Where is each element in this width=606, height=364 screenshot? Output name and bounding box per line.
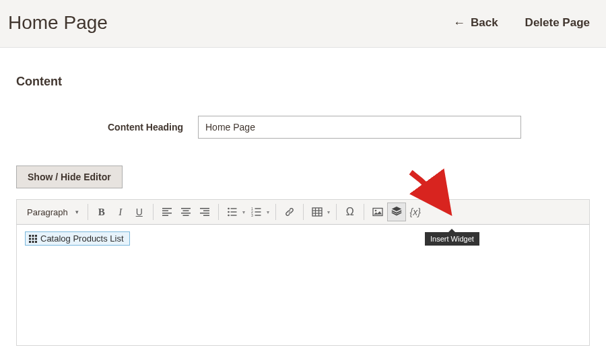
widget-chip-label: Catalog Products List (40, 233, 124, 244)
svg-rect-24 (35, 238, 37, 240)
bold-button[interactable]: B (92, 203, 111, 221)
back-label: Back (471, 16, 498, 30)
arrow-left-icon: ← (453, 16, 465, 30)
section-title: Content (16, 75, 590, 89)
toggle-editor-button[interactable]: Show / Hide Editor (16, 166, 123, 188)
image-icon (372, 207, 383, 217)
align-center-button[interactable] (176, 203, 195, 221)
svg-rect-22 (29, 238, 31, 240)
editor-toolbar: Paragraph ▾ B I U 123 (16, 199, 590, 225)
toolbar-separator (88, 204, 88, 220)
content-heading-field: Content Heading (16, 116, 590, 139)
svg-rect-23 (32, 238, 34, 240)
toolbar-separator (153, 204, 154, 220)
back-button[interactable]: ← Back (453, 16, 498, 30)
svg-point-2 (228, 211, 230, 213)
align-right-icon (199, 207, 210, 217)
bold-icon: B (98, 207, 105, 218)
content-section: Content Content Heading Show / Hide Edit… (0, 48, 606, 346)
numbered-list-button[interactable]: 123 (247, 203, 271, 221)
insert-widget-button[interactable] (387, 203, 406, 221)
variable-icon: {x} (410, 207, 421, 217)
caret-down-icon: ▾ (75, 209, 79, 215)
svg-rect-5 (230, 215, 236, 215)
align-center-icon (180, 207, 191, 217)
toolbar-separator (336, 204, 337, 220)
align-left-button[interactable] (158, 203, 176, 221)
toolbar-separator (303, 204, 304, 220)
table-button[interactable] (308, 203, 332, 221)
svg-point-18 (374, 210, 376, 212)
widget-chip[interactable]: Catalog Products List (25, 231, 130, 246)
svg-rect-12 (312, 208, 322, 216)
content-heading-input[interactable] (198, 116, 521, 139)
align-left-icon (162, 207, 172, 217)
toolbar-separator (275, 204, 276, 220)
svg-point-4 (228, 215, 230, 217)
svg-rect-1 (230, 208, 236, 209)
bullet-list-button[interactable] (223, 203, 247, 221)
page-title: Home Page (8, 12, 453, 34)
svg-rect-3 (230, 211, 236, 212)
widget-icon (391, 206, 403, 218)
editor-content-area[interactable]: Catalog Products List (16, 225, 590, 346)
svg-rect-19 (29, 235, 31, 237)
italic-button[interactable]: I (111, 203, 130, 221)
underline-icon: U (136, 207, 143, 217)
page-header: Home Page ← Back Delete Page (0, 0, 606, 48)
link-icon (284, 207, 295, 217)
table-icon (312, 207, 323, 217)
bullet-list-icon (227, 207, 238, 217)
delete-page-button[interactable]: Delete Page (525, 16, 590, 30)
insert-image-button[interactable] (368, 203, 387, 221)
grid-icon (28, 234, 38, 244)
format-select[interactable]: Paragraph ▾ (21, 204, 83, 221)
link-button[interactable] (280, 203, 299, 221)
toolbar-separator (218, 204, 219, 220)
svg-rect-21 (35, 235, 37, 237)
svg-rect-20 (32, 235, 34, 237)
format-select-label: Paragraph (27, 207, 68, 217)
svg-rect-7 (255, 208, 261, 209)
svg-rect-26 (32, 241, 34, 243)
insert-variable-button[interactable]: {x} (406, 203, 425, 221)
svg-text:3: 3 (251, 213, 253, 217)
field-label: Content Heading (90, 122, 198, 133)
align-right-button[interactable] (195, 203, 214, 221)
svg-rect-27 (35, 241, 37, 243)
omega-icon: Ω (346, 206, 354, 218)
svg-rect-9 (255, 211, 261, 212)
numbered-list-icon: 123 (251, 207, 262, 217)
toolbar-separator (364, 204, 364, 220)
special-char-button[interactable]: Ω (341, 203, 360, 221)
svg-point-0 (228, 208, 230, 210)
underline-button[interactable]: U (130, 203, 149, 221)
svg-rect-11 (255, 215, 261, 215)
italic-icon: I (119, 207, 122, 218)
insert-widget-tooltip: Insert Widget (425, 232, 479, 246)
svg-rect-25 (29, 241, 31, 243)
